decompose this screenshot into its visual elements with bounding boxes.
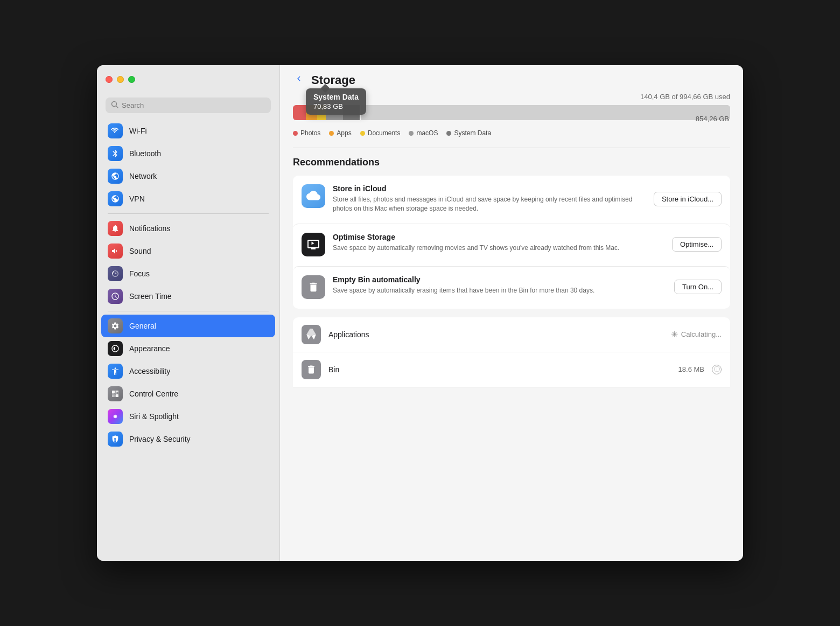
close-button[interactable]	[106, 76, 113, 83]
back-button[interactable]	[291, 73, 307, 87]
legend-systemdata: System Data	[446, 129, 491, 137]
svg-rect-3	[116, 391, 118, 392]
rec-icloud-card: Store in iCloud Store all files, photos …	[293, 176, 730, 222]
calculating-status: ✳ Calculating...	[671, 329, 722, 339]
emptybin-text: Empty Bin automatically Save space by au…	[333, 275, 667, 295]
legend-dot-macos	[409, 131, 414, 136]
controlcentre-icon	[108, 386, 123, 401]
sidebar-item-focus[interactable]: Focus	[101, 262, 275, 285]
focus-icon	[108, 266, 123, 281]
icloud-icon	[302, 184, 325, 208]
sidebar-item-appearance[interactable]: Appearance	[101, 337, 275, 360]
search-input[interactable]	[122, 101, 265, 109]
legend-label-macos: macOS	[416, 129, 438, 137]
sidebar-item-label-general: General	[129, 322, 156, 330]
page-title: Storage	[311, 73, 355, 87]
titlebar	[97, 65, 279, 93]
optimise-button[interactable]: Optimise...	[672, 237, 722, 252]
legend-label-apps: Apps	[337, 129, 351, 137]
sidebar-item-label-privacy: Privacy & Security	[129, 435, 191, 443]
svg-rect-4	[112, 394, 115, 397]
sidebar-list: Wi-Fi Bluetooth Network	[97, 120, 279, 561]
sidebar-item-wifi[interactable]: Wi-Fi	[101, 120, 275, 142]
storage-legend: Photos Apps Documents macOS System Data	[293, 129, 730, 137]
sidebar-item-label-focus: Focus	[129, 269, 150, 278]
icloud-button[interactable]: Store in iCloud...	[654, 192, 722, 206]
sidebar-item-notifications[interactable]: Notifications	[101, 217, 275, 240]
sidebar-item-label-bluetooth: Bluetooth	[129, 149, 161, 158]
wifi-icon	[108, 123, 123, 138]
legend-dot-apps	[329, 131, 334, 136]
sidebar-item-sound[interactable]: Sound	[101, 240, 275, 262]
recommendations-cards: Store in iCloud Store all files, photos …	[293, 176, 730, 309]
sidebar-item-label-network: Network	[129, 172, 157, 180]
minimize-button[interactable]	[117, 76, 124, 83]
appletv-icon	[302, 233, 325, 256]
sidebar-item-label-screentime: Screen Time	[129, 292, 172, 301]
recommendations-title: Recommendations	[293, 157, 730, 168]
notifications-icon	[108, 221, 123, 236]
svg-rect-5	[116, 394, 118, 397]
sidebar-item-label-wifi: Wi-Fi	[129, 127, 147, 135]
recommendations-section: Recommendations Store in iCloud Store al…	[280, 157, 743, 309]
sidebar-item-vpn[interactable]: VPN	[101, 187, 275, 210]
legend-documents: Documents	[360, 129, 401, 137]
sidebar-item-label-appearance: Appearance	[129, 344, 170, 353]
sidebar-item-label-siri: Siri & Spotlight	[129, 412, 179, 421]
legend-dot-photos	[293, 131, 298, 136]
optimise-desc: Save space by automatically removing mov…	[333, 244, 664, 253]
bar-free	[361, 105, 730, 120]
tooltip-title: System Data	[313, 93, 359, 101]
apps-card: Applications ✳ Calculating... Bin 18.6 M…	[293, 317, 730, 387]
search-bar[interactable]	[106, 98, 271, 113]
sidebar-item-label-sound: Sound	[129, 247, 151, 255]
bin-row-icon	[302, 360, 321, 379]
storage-divider	[293, 148, 730, 148]
tooltip-container: Storage System Data 70,83 GB	[311, 73, 355, 87]
appstore-icon	[302, 325, 321, 344]
legend-apps: Apps	[329, 129, 351, 137]
calculating-text: Calculating...	[681, 330, 722, 338]
svg-line-1	[116, 106, 118, 108]
system-data-tooltip: System Data 70,83 GB	[306, 88, 366, 115]
appearance-icon	[108, 341, 123, 356]
network-icon	[108, 169, 123, 184]
sidebar-item-accessibility[interactable]: Accessibility	[101, 360, 275, 382]
bin-icon	[302, 275, 325, 299]
emptybin-title: Empty Bin automatically	[333, 275, 667, 284]
bluetooth-icon	[108, 146, 123, 161]
bin-size: 18.6 MB	[678, 365, 704, 373]
icloud-text: Store in iCloud Store all files, photos …	[333, 184, 646, 214]
sidebar-item-network[interactable]: Network	[101, 165, 275, 187]
sidebar-item-siri[interactable]: Siri & Spotlight	[101, 405, 275, 428]
legend-label-docs: Documents	[368, 129, 401, 137]
sidebar-item-bluetooth[interactable]: Bluetooth	[101, 142, 275, 165]
sound-icon	[108, 244, 123, 259]
emptybin-button[interactable]: Turn On...	[674, 280, 722, 294]
applications-row[interactable]: Applications ✳ Calculating...	[293, 317, 730, 352]
maximize-button[interactable]	[128, 76, 135, 83]
general-icon	[108, 318, 123, 333]
legend-macos: macOS	[409, 129, 438, 137]
privacy-icon	[108, 432, 123, 447]
applications-section: Applications ✳ Calculating... Bin 18.6 M…	[280, 317, 743, 387]
icloud-desc: Store all files, photos and messages in …	[333, 195, 646, 214]
sidebar-item-controlcentre[interactable]: Control Centre	[101, 382, 275, 405]
sidebar-item-label-vpn: VPN	[129, 194, 145, 203]
optimise-title: Optimise Storage	[333, 233, 664, 241]
loading-spinner: ✳	[671, 329, 678, 339]
svg-rect-2	[112, 391, 115, 393]
legend-label-systemdata: System Data	[454, 129, 491, 137]
sidebar-divider-1	[108, 213, 269, 214]
sidebar-item-screentime[interactable]: Screen Time	[101, 285, 275, 308]
siri-icon	[108, 409, 123, 424]
bin-row[interactable]: Bin 18.6 MB ⓘ	[293, 352, 730, 387]
legend-dot-systemdata	[446, 131, 451, 136]
sidebar-item-privacy[interactable]: Privacy & Security	[101, 428, 275, 450]
legend-photos: Photos	[293, 129, 320, 137]
sidebar-item-label-controlcentre: Control Centre	[129, 389, 178, 398]
vpn-icon	[108, 191, 123, 206]
sidebar-item-general[interactable]: General	[101, 315, 275, 337]
accessibility-icon	[108, 364, 123, 379]
bin-info-button[interactable]: ⓘ	[712, 365, 722, 374]
